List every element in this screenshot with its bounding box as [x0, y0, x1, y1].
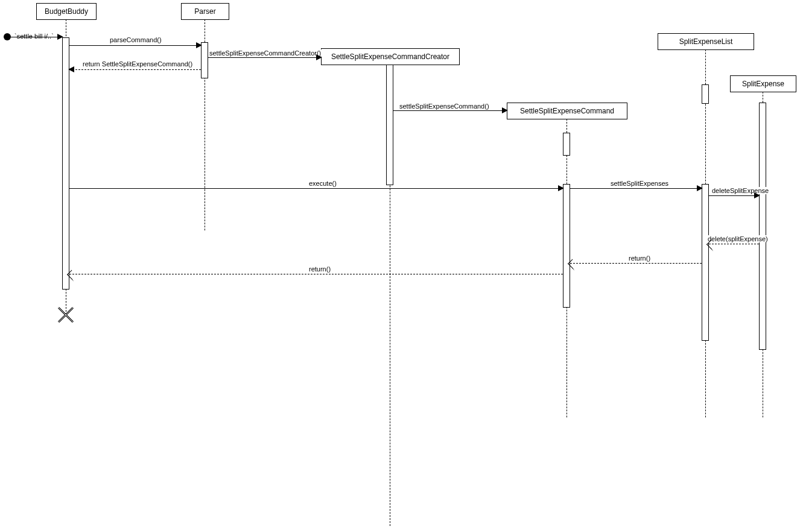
- msg-parsecommand: parseCommand(): [109, 36, 163, 43]
- msg-execute: execute(): [308, 180, 338, 187]
- activation-command-1: [563, 133, 570, 156]
- participant-parser: Parser: [181, 3, 229, 20]
- arrow-returncmd: [69, 69, 201, 70]
- msg-returnlist: return(): [627, 255, 652, 262]
- arrow-head: [502, 107, 508, 113]
- arrow-creator: [208, 57, 321, 58]
- participant-budgetbuddy: BudgetBuddy: [36, 3, 97, 20]
- msg-deletereturn: delete(splitExpense): [706, 235, 769, 242]
- participant-label: SplitExpense: [742, 80, 784, 88]
- participant-label: SettleSplitExpenseCommandCreator: [331, 52, 449, 61]
- participant-command: SettleSplitExpenseCommand: [507, 103, 627, 119]
- msg-returncmd: return SettleSplitExpenseCommand(): [81, 60, 194, 68]
- msg-deletesplit: deleteSplitExpense: [711, 187, 770, 194]
- activation-command-2: [563, 184, 570, 308]
- start-dot: [4, 33, 11, 40]
- participant-label: Parser: [194, 7, 215, 16]
- arrow-head: [316, 54, 322, 60]
- arrow-head: [196, 42, 202, 48]
- arrow-deletereturn: [709, 244, 759, 244]
- activation-creator: [386, 65, 393, 185]
- activation-list-1: [702, 84, 709, 104]
- arrow-returnlist: [570, 263, 702, 264]
- activation-list-2: [702, 184, 709, 341]
- arrow-execute: [69, 188, 563, 189]
- participant-creator: SettleSplitExpenseCommandCreator: [321, 48, 460, 65]
- destroy-icon: [57, 306, 74, 323]
- sequence-diagram: `settle bill i/..` BudgetBuddy Parser Se…: [0, 0, 803, 532]
- arrow-head: [697, 185, 703, 191]
- arrow-head: [558, 185, 564, 191]
- arrow-returnfinal: [69, 274, 563, 274]
- activation-budgetbuddy: [62, 37, 69, 290]
- participant-label: SplitExpenseList: [679, 37, 733, 46]
- activation-expense: [759, 103, 766, 350]
- arrow-head: [57, 34, 63, 40]
- participant-label: BudgetBuddy: [45, 7, 88, 16]
- arrow-cmdcall: [393, 110, 507, 111]
- participant-list: SplitExpenseList: [658, 33, 754, 50]
- msg-creator: settleSplitExpenseCommandCreator(): [208, 49, 322, 57]
- arrow-settle: [570, 188, 702, 189]
- start-message: `settle bill i/..`: [14, 33, 54, 40]
- msg-cmdcall: settleSplitExpenseCommand(): [398, 103, 490, 110]
- arrow-parsecommand: [69, 45, 201, 46]
- participant-expense: SplitExpense: [730, 75, 796, 92]
- arrow-start: [11, 37, 62, 37]
- msg-settle: settleSplitExpenses: [609, 180, 670, 187]
- arrow-head: [68, 66, 74, 72]
- arrow-deletesplit: [709, 195, 759, 196]
- arrow-head: [754, 192, 760, 198]
- participant-label: SettleSplitExpenseCommand: [520, 107, 614, 115]
- msg-returnfinal: return(): [308, 265, 332, 273]
